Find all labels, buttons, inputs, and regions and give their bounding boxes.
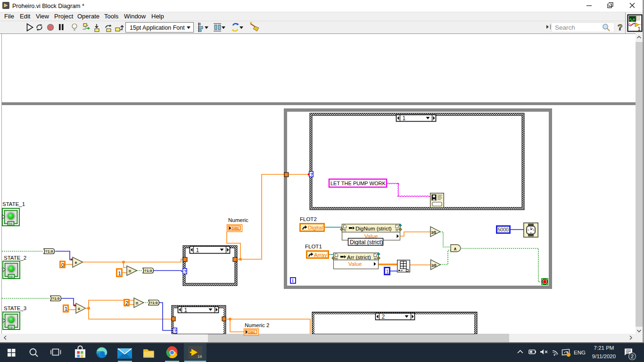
svg-text:ENG: ENG <box>574 350 586 355</box>
svg-text:19: 19 <box>198 354 202 359</box>
svg-text:0: 0 <box>61 262 64 268</box>
svg-text:DBL: DBL <box>248 330 256 335</box>
svg-text:Window: Window <box>124 13 146 20</box>
svg-text:1: 1 <box>638 26 641 32</box>
svg-text:FLOT2: FLOT2 <box>300 216 317 222</box>
svg-text:STATE_3: STATE_3 <box>4 305 26 311</box>
svg-text:Digital (strict): Digital (strict) <box>350 239 383 246</box>
svg-text:=: = <box>129 269 132 274</box>
svg-text:LET THE PUMP WORK: LET THE PUMP WORK <box>330 181 386 186</box>
svg-text:View: View <box>36 13 50 20</box>
svg-text:Digital: Digital <box>308 225 323 230</box>
svg-text:7:21 PM: 7:21 PM <box>594 345 614 351</box>
svg-text:Value: Value <box>348 261 362 267</box>
svg-text:1: 1 <box>403 115 406 122</box>
svg-text:Arr (strict): Arr (strict) <box>347 255 371 260</box>
svg-text:DBL: DBL <box>232 226 240 231</box>
svg-text:STATE_1: STATE_1 <box>2 201 25 207</box>
svg-text:15pt Application Font: 15pt Application Font <box>130 25 185 31</box>
svg-text:1: 1 <box>196 247 199 254</box>
svg-text:Operate: Operate <box>77 13 99 20</box>
svg-text:Help: Help <box>151 13 164 20</box>
svg-text:Project: Project <box>54 13 74 20</box>
svg-text:?!: ?! <box>335 257 338 261</box>
svg-text:2: 2 <box>631 354 634 359</box>
svg-text:1: 1 <box>65 306 67 312</box>
svg-text:Proheiro.vi Block Diagram *: Proheiro.vi Block Diagram * <box>12 3 84 9</box>
svg-text:∧: ∧ <box>454 246 457 251</box>
svg-text:?!: ?! <box>374 257 377 261</box>
svg-text:1: 1 <box>184 307 188 313</box>
svg-text:Numeric: Numeric <box>228 217 248 223</box>
svg-text:Search: Search <box>555 24 575 31</box>
svg-text:+: + <box>74 260 77 265</box>
svg-text:1: 1 <box>118 271 121 276</box>
svg-text:=: = <box>136 301 139 306</box>
svg-text:FLOT1: FLOT1 <box>305 244 322 249</box>
svg-text:Tools: Tools <box>104 13 119 20</box>
svg-text:Numeric 2: Numeric 2 <box>245 322 269 328</box>
svg-text:≥0: ≥0 <box>432 263 437 268</box>
svg-text:2: 2 <box>382 313 385 320</box>
svg-text:1: 1 <box>386 269 389 274</box>
svg-text:2: 2 <box>125 300 128 306</box>
svg-text:i: i <box>292 278 294 283</box>
svg-text:?!: ?! <box>343 229 346 232</box>
svg-text:DigNum (strict): DigNum (strict) <box>355 226 392 231</box>
svg-text:Array: Array <box>314 252 327 258</box>
svg-text:?: ? <box>618 23 622 32</box>
svg-text:File: File <box>4 13 14 20</box>
svg-text:+: + <box>78 306 81 312</box>
svg-text:STATE_2: STATE_2 <box>4 255 26 261</box>
svg-text:Edit: Edit <box>20 13 31 20</box>
svg-text:?!: ?! <box>396 229 398 232</box>
svg-text:≥0: ≥0 <box>431 230 436 235</box>
svg-text:9/11/2020: 9/11/2020 <box>592 354 616 359</box>
svg-text:5000: 5000 <box>498 227 509 232</box>
